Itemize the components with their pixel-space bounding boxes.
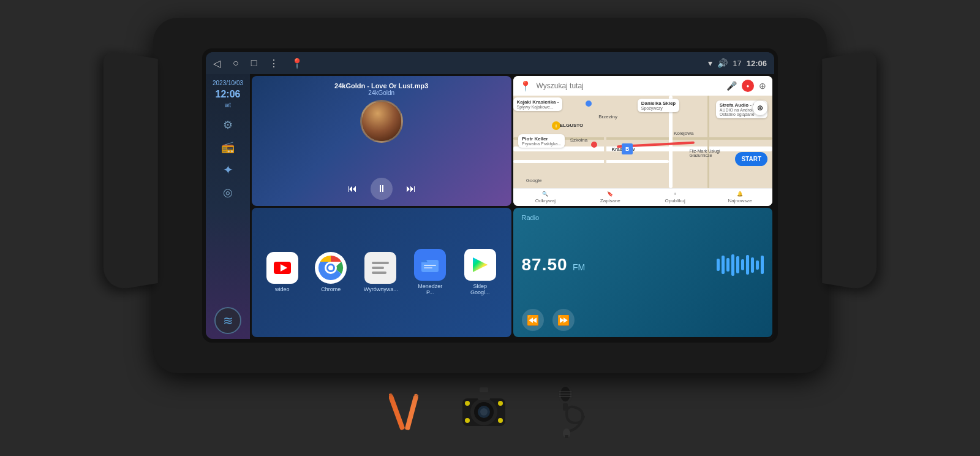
app-chrome-label: Chrome — [321, 286, 341, 292]
app-wideo-label: wideo — [275, 286, 290, 292]
maps-logo-icon: 📍 — [519, 80, 532, 92]
music-artist: 24kGoldn — [258, 89, 505, 96]
svg-point-20 — [480, 408, 488, 416]
accessory-pry-tool — [389, 386, 426, 435]
svg-rect-26 — [480, 387, 488, 392]
maps-nav-opublikuj[interactable]: + Opublikuj — [643, 189, 707, 206]
music-title: 24kGoldn - Love Or Lust.mp3 — [258, 82, 505, 89]
radio-prev-button[interactable]: ⏪ — [522, 309, 544, 331]
svg-rect-7 — [372, 262, 389, 264]
map-label-elgusto: ELGUSTO — [560, 123, 584, 128]
sidebar-date-time: 2023/10/03 12:06 wt — [213, 79, 243, 110]
music-album-art — [360, 100, 403, 143]
device-shell: ◁ ○ □ ⋮ 📍 ▾ 🔊 17 12:06 2023 — [153, 18, 827, 373]
settings-icon[interactable]: ⚙ — [223, 118, 233, 132]
music-prev-button[interactable]: ⏮ — [345, 181, 360, 197]
svg-rect-9 — [372, 272, 386, 274]
maps-bottom-nav: 🔍 Odkrywaj 🔖 Zapisane + Opublikuj — [513, 188, 773, 206]
voice-icon: ≋ — [223, 313, 233, 328]
volume-icon: 🔊 — [717, 58, 728, 68]
main-content: 2023/10/03 12:06 wt ⚙ 📻 ✦ ◎ ≋ — [206, 74, 774, 339]
maps-panel: 📍 🎤 ● ⊕ — [513, 76, 773, 206]
maps-mic-icon[interactable]: 🎤 — [726, 81, 737, 91]
nav-back-icon[interactable]: ◁ — [213, 58, 221, 69]
svg-point-6 — [328, 265, 333, 270]
status-time: 12:06 — [747, 59, 767, 68]
maps-content: Brzeziny Szkolna Szkolna Krasiejów Kolej… — [513, 96, 773, 188]
music-next-button[interactable]: ⏭ — [404, 181, 418, 197]
volume-level: 17 — [733, 59, 741, 68]
app-sklep-label: Sklep Googl... — [464, 283, 497, 295]
app-menedzer-label: Menedżer P... — [413, 283, 447, 295]
radio-frequency: 87.50 — [522, 255, 568, 274]
apps-panel: wideo — [252, 208, 511, 338]
map-label-kolejowa: Kolejowa — [674, 131, 693, 136]
location-icon[interactable]: ◎ — [223, 186, 233, 199]
map-pin-krasiejow: B — [622, 143, 633, 154]
radio-band: FM — [573, 262, 585, 272]
nav-more-icon[interactable]: ⋮ — [269, 58, 279, 69]
map-label-brzeziny: Brzeziny — [598, 114, 617, 120]
map-info-danielka: Danielka Sklep Spożywczy — [638, 99, 679, 112]
map-pin-kajaki — [584, 99, 593, 107]
map-info-keller: Piotr Keller Prywatna Praktyka... — [518, 134, 565, 148]
svg-rect-14 — [389, 394, 405, 430]
maps-location-button[interactable]: ⊕ — [753, 101, 767, 115]
music-play-button[interactable]: ⏸ — [371, 178, 393, 200]
svg-rect-31 — [563, 403, 568, 411]
music-panel: 24kGoldn - Love Or Lust.mp3 24kGoldn ⏮ ⏸… — [252, 76, 511, 206]
svg-rect-12 — [424, 267, 432, 268]
svg-rect-11 — [424, 265, 436, 266]
app-sklep[interactable]: Sklep Googl... — [464, 249, 497, 295]
svg-point-22 — [498, 401, 503, 406]
svg-rect-28 — [565, 435, 568, 438]
svg-point-21 — [465, 401, 470, 406]
radio-next-button[interactable]: ⏩ — [552, 309, 575, 331]
maps-nav-odkrywaj[interactable]: 🔍 Odkrywaj — [513, 189, 578, 206]
svg-point-23 — [465, 418, 470, 423]
map-label-flizmark: Fliz-Mark UsługiGlazurnicze — [689, 149, 720, 158]
accessory-camera — [456, 386, 511, 435]
svg-marker-13 — [473, 257, 488, 272]
music-controls: ⏮ ⏸ ⏭ — [258, 178, 505, 200]
wifi-icon: ▾ — [708, 58, 712, 68]
maps-nav-najnowsze[interactable]: 🔔 Najnowsze — [707, 189, 772, 206]
map-watermark-google: Google — [526, 178, 542, 183]
map-info-kajaki: Kajaki Krasieńka - Spływy Kajakowe... — [513, 97, 563, 111]
bluetooth-icon[interactable]: ✦ — [223, 162, 233, 177]
voice-button[interactable]: ≋ — [214, 307, 241, 334]
svg-point-24 — [498, 418, 503, 423]
screen-bezel: ◁ ○ □ ⋮ 📍 ▾ 🔊 17 12:06 2023 — [202, 48, 778, 343]
radio-icon[interactable]: 📻 — [221, 140, 235, 154]
maps-search-bar: 📍 🎤 ● ⊕ — [513, 76, 773, 96]
maps-nav-zapisane[interactable]: 🔖 Zapisane — [578, 189, 643, 206]
nav-home-icon[interactable]: ○ — [233, 58, 239, 69]
maps-rec-badge: ● — [742, 80, 754, 92]
maps-search-input[interactable] — [537, 82, 722, 90]
radio-panel: Radio 87.50 FM — [513, 208, 773, 338]
content-grid: 24kGoldn - Love Or Lust.mp3 24kGoldn ⏮ ⏸… — [250, 74, 774, 339]
app-wideo[interactable]: wideo — [266, 252, 298, 292]
app-wyrownywanie[interactable]: Wyrównywa... — [364, 252, 397, 292]
sidebar: 2023/10/03 12:06 wt ⚙ 📻 ✦ ◎ ≋ — [206, 74, 250, 339]
accessory-mic-cable — [542, 383, 591, 438]
maps-layers-icon[interactable]: ⊕ — [759, 81, 766, 91]
nav-maps-icon[interactable]: 📍 — [291, 58, 303, 69]
app-chrome[interactable]: Chrome — [315, 252, 347, 292]
accessories-section — [389, 383, 591, 438]
status-bar: ◁ ○ □ ⋮ 📍 ▾ 🔊 17 12:06 — [206, 52, 774, 74]
svg-rect-15 — [405, 395, 419, 430]
app-menedzer[interactable]: Menedżer P... — [413, 249, 447, 295]
app-wyrownywanie-label: Wyrównywa... — [364, 286, 397, 292]
nav-recent-icon[interactable]: □ — [251, 58, 257, 69]
map-label-szkolna2: Szkolna — [570, 137, 587, 143]
svg-rect-8 — [372, 267, 384, 269]
maps-start-button[interactable]: START — [735, 152, 767, 166]
radio-controls: ⏪ ⏩ — [522, 309, 764, 331]
radio-waveform — [717, 254, 764, 276]
radio-label: Radio — [522, 214, 764, 221]
screen: ◁ ○ □ ⋮ 📍 ▾ 🔊 17 12:06 2023 — [206, 52, 774, 339]
